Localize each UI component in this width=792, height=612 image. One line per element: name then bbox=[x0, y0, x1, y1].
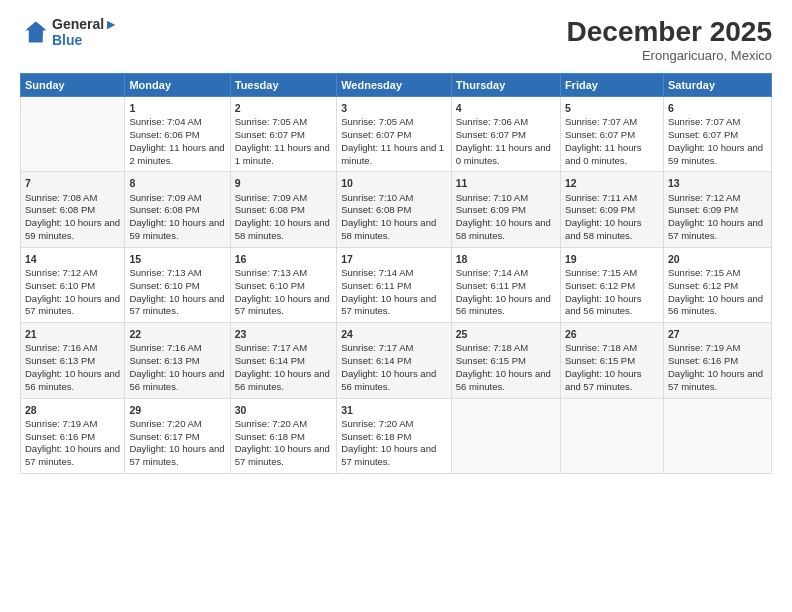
daylight-text: Daylight: 10 hours and 56 minutes. bbox=[565, 293, 659, 319]
week-row-5: 28 Sunrise: 7:19 AM Sunset: 6:16 PM Dayl… bbox=[21, 398, 772, 473]
day-cell: 1 Sunrise: 7:04 AM Sunset: 6:06 PM Dayli… bbox=[125, 97, 230, 172]
sunset-text: Sunset: 6:10 PM bbox=[235, 280, 332, 293]
daylight-text: Daylight: 10 hours and 57 minutes. bbox=[25, 293, 120, 319]
cell-content: 23 Sunrise: 7:17 AM Sunset: 6:14 PM Dayl… bbox=[235, 327, 332, 393]
daylight-text: Daylight: 10 hours and 56 minutes. bbox=[456, 293, 556, 319]
date-number: 25 bbox=[456, 327, 556, 341]
sunrise-text: Sunrise: 7:18 AM bbox=[565, 342, 659, 355]
logo: General► Blue bbox=[20, 16, 118, 48]
day-cell: 11 Sunrise: 7:10 AM Sunset: 6:09 PM Dayl… bbox=[451, 172, 560, 247]
day-cell: 6 Sunrise: 7:07 AM Sunset: 6:07 PM Dayli… bbox=[663, 97, 771, 172]
date-number: 19 bbox=[565, 252, 659, 266]
date-number: 27 bbox=[668, 327, 767, 341]
cell-content: 19 Sunrise: 7:15 AM Sunset: 6:12 PM Dayl… bbox=[565, 252, 659, 318]
date-number: 30 bbox=[235, 403, 332, 417]
day-cell: 12 Sunrise: 7:11 AM Sunset: 6:09 PM Dayl… bbox=[560, 172, 663, 247]
sunrise-text: Sunrise: 7:08 AM bbox=[25, 192, 120, 205]
sunset-text: Sunset: 6:07 PM bbox=[235, 129, 332, 142]
date-number: 14 bbox=[25, 252, 120, 266]
cell-content: 1 Sunrise: 7:04 AM Sunset: 6:06 PM Dayli… bbox=[129, 101, 225, 167]
daylight-text: Daylight: 11 hours and 0 minutes. bbox=[456, 142, 556, 168]
daylight-text: Daylight: 10 hours and 57 minutes. bbox=[668, 217, 767, 243]
date-number: 31 bbox=[341, 403, 447, 417]
week-row-4: 21 Sunrise: 7:16 AM Sunset: 6:13 PM Dayl… bbox=[21, 323, 772, 398]
sunrise-text: Sunrise: 7:10 AM bbox=[341, 192, 447, 205]
daylight-text: Daylight: 10 hours and 56 minutes. bbox=[456, 368, 556, 394]
date-number: 17 bbox=[341, 252, 447, 266]
day-cell: 25 Sunrise: 7:18 AM Sunset: 6:15 PM Dayl… bbox=[451, 323, 560, 398]
daylight-text: Daylight: 10 hours and 56 minutes. bbox=[129, 368, 225, 394]
day-cell: 10 Sunrise: 7:10 AM Sunset: 6:08 PM Dayl… bbox=[337, 172, 452, 247]
daylight-text: Daylight: 10 hours and 56 minutes. bbox=[668, 293, 767, 319]
date-number: 15 bbox=[129, 252, 225, 266]
day-cell: 19 Sunrise: 7:15 AM Sunset: 6:12 PM Dayl… bbox=[560, 247, 663, 322]
daylight-text: Daylight: 10 hours and 58 minutes. bbox=[235, 217, 332, 243]
sunrise-text: Sunrise: 7:13 AM bbox=[235, 267, 332, 280]
sunrise-text: Sunrise: 7:13 AM bbox=[129, 267, 225, 280]
date-number: 21 bbox=[25, 327, 120, 341]
day-cell: 9 Sunrise: 7:09 AM Sunset: 6:08 PM Dayli… bbox=[230, 172, 336, 247]
sunrise-text: Sunrise: 7:19 AM bbox=[25, 418, 120, 431]
date-number: 26 bbox=[565, 327, 659, 341]
sunrise-text: Sunrise: 7:06 AM bbox=[456, 116, 556, 129]
day-header-saturday: Saturday bbox=[663, 74, 771, 97]
date-number: 22 bbox=[129, 327, 225, 341]
sunrise-text: Sunrise: 7:09 AM bbox=[235, 192, 332, 205]
sunset-text: Sunset: 6:07 PM bbox=[456, 129, 556, 142]
day-cell: 2 Sunrise: 7:05 AM Sunset: 6:07 PM Dayli… bbox=[230, 97, 336, 172]
week-row-3: 14 Sunrise: 7:12 AM Sunset: 6:10 PM Dayl… bbox=[21, 247, 772, 322]
sunset-text: Sunset: 6:16 PM bbox=[25, 431, 120, 444]
daylight-text: Daylight: 10 hours and 57 minutes. bbox=[129, 293, 225, 319]
day-cell: 24 Sunrise: 7:17 AM Sunset: 6:14 PM Dayl… bbox=[337, 323, 452, 398]
day-cell: 18 Sunrise: 7:14 AM Sunset: 6:11 PM Dayl… bbox=[451, 247, 560, 322]
sunrise-text: Sunrise: 7:12 AM bbox=[668, 192, 767, 205]
location: Erongaricuaro, Mexico bbox=[567, 48, 772, 63]
day-cell: 23 Sunrise: 7:17 AM Sunset: 6:14 PM Dayl… bbox=[230, 323, 336, 398]
sunrise-text: Sunrise: 7:20 AM bbox=[341, 418, 447, 431]
sunset-text: Sunset: 6:15 PM bbox=[456, 355, 556, 368]
sunset-text: Sunset: 6:08 PM bbox=[235, 204, 332, 217]
day-cell bbox=[560, 398, 663, 473]
sunset-text: Sunset: 6:18 PM bbox=[341, 431, 447, 444]
cell-content: 24 Sunrise: 7:17 AM Sunset: 6:14 PM Dayl… bbox=[341, 327, 447, 393]
sunrise-text: Sunrise: 7:16 AM bbox=[25, 342, 120, 355]
sunset-text: Sunset: 6:09 PM bbox=[565, 204, 659, 217]
cell-content: 20 Sunrise: 7:15 AM Sunset: 6:12 PM Dayl… bbox=[668, 252, 767, 318]
cell-content: 17 Sunrise: 7:14 AM Sunset: 6:11 PM Dayl… bbox=[341, 252, 447, 318]
daylight-text: Daylight: 10 hours and 56 minutes. bbox=[25, 368, 120, 394]
sunset-text: Sunset: 6:14 PM bbox=[341, 355, 447, 368]
date-number: 12 bbox=[565, 176, 659, 190]
date-number: 10 bbox=[341, 176, 447, 190]
cell-content: 21 Sunrise: 7:16 AM Sunset: 6:13 PM Dayl… bbox=[25, 327, 120, 393]
cell-content: 10 Sunrise: 7:10 AM Sunset: 6:08 PM Dayl… bbox=[341, 176, 447, 242]
cell-content: 7 Sunrise: 7:08 AM Sunset: 6:08 PM Dayli… bbox=[25, 176, 120, 242]
day-cell: 26 Sunrise: 7:18 AM Sunset: 6:15 PM Dayl… bbox=[560, 323, 663, 398]
day-header-row: SundayMondayTuesdayWednesdayThursdayFrid… bbox=[21, 74, 772, 97]
sunrise-text: Sunrise: 7:14 AM bbox=[456, 267, 556, 280]
daylight-text: Daylight: 10 hours and 57 minutes. bbox=[668, 368, 767, 394]
cell-content: 11 Sunrise: 7:10 AM Sunset: 6:09 PM Dayl… bbox=[456, 176, 556, 242]
day-header-wednesday: Wednesday bbox=[337, 74, 452, 97]
daylight-text: Daylight: 10 hours and 57 minutes. bbox=[25, 443, 120, 469]
sunset-text: Sunset: 6:08 PM bbox=[129, 204, 225, 217]
day-cell: 13 Sunrise: 7:12 AM Sunset: 6:09 PM Dayl… bbox=[663, 172, 771, 247]
date-number: 13 bbox=[668, 176, 767, 190]
cell-content: 31 Sunrise: 7:20 AM Sunset: 6:18 PM Dayl… bbox=[341, 403, 447, 469]
cell-content: 29 Sunrise: 7:20 AM Sunset: 6:17 PM Dayl… bbox=[129, 403, 225, 469]
date-number: 4 bbox=[456, 101, 556, 115]
daylight-text: Daylight: 11 hours and 0 minutes. bbox=[565, 142, 659, 168]
day-cell: 29 Sunrise: 7:20 AM Sunset: 6:17 PM Dayl… bbox=[125, 398, 230, 473]
sunset-text: Sunset: 6:13 PM bbox=[25, 355, 120, 368]
sunrise-text: Sunrise: 7:20 AM bbox=[235, 418, 332, 431]
sunset-text: Sunset: 6:07 PM bbox=[668, 129, 767, 142]
day-cell: 15 Sunrise: 7:13 AM Sunset: 6:10 PM Dayl… bbox=[125, 247, 230, 322]
day-cell: 30 Sunrise: 7:20 AM Sunset: 6:18 PM Dayl… bbox=[230, 398, 336, 473]
date-number: 28 bbox=[25, 403, 120, 417]
cell-content: 16 Sunrise: 7:13 AM Sunset: 6:10 PM Dayl… bbox=[235, 252, 332, 318]
sunrise-text: Sunrise: 7:12 AM bbox=[25, 267, 120, 280]
sunset-text: Sunset: 6:14 PM bbox=[235, 355, 332, 368]
date-number: 23 bbox=[235, 327, 332, 341]
sunrise-text: Sunrise: 7:15 AM bbox=[668, 267, 767, 280]
sunset-text: Sunset: 6:12 PM bbox=[565, 280, 659, 293]
cell-content: 4 Sunrise: 7:06 AM Sunset: 6:07 PM Dayli… bbox=[456, 101, 556, 167]
